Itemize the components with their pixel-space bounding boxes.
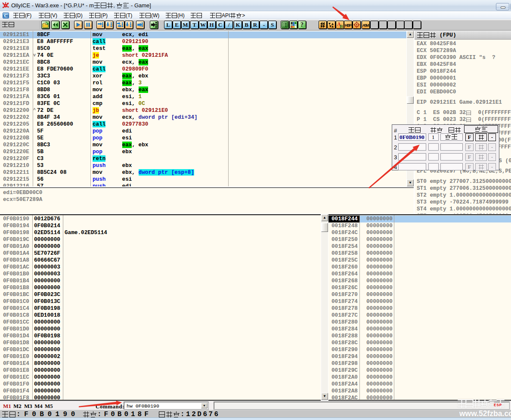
svg-text:?: ?: [300, 22, 304, 28]
svg-text:B: B: [340, 24, 343, 28]
svg-text:ASM: ASM: [362, 23, 369, 28]
svg-text:HBP: HBP: [345, 23, 352, 28]
